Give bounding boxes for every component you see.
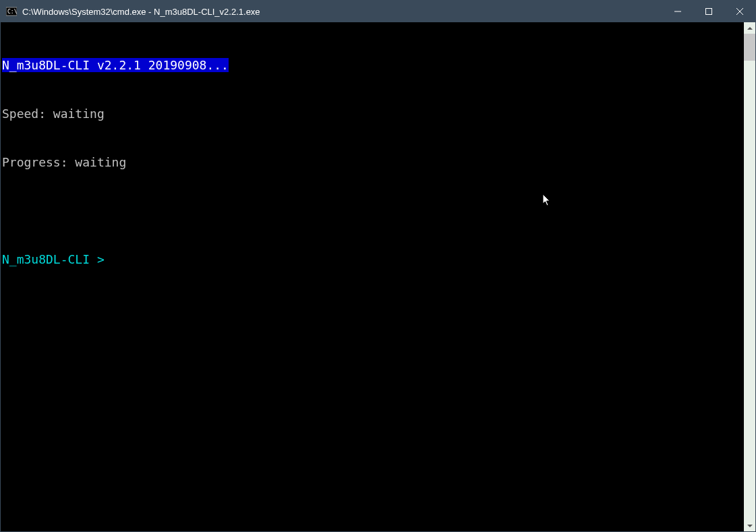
maximize-button[interactable]: [693, 1, 724, 22]
svg-rect-2: [706, 9, 712, 15]
terminal-output[interactable]: N_m3u8DL-CLI v2.2.1 20190908... Speed: w…: [1, 22, 744, 531]
vertical-scrollbar[interactable]: [744, 22, 755, 531]
cmd-window: C:\ C:\Windows\System32\cmd.exe - N_m3u8…: [0, 0, 756, 532]
app-header-line: N_m3u8DL-CLI v2.2.1 20190908...: [2, 58, 229, 72]
scroll-up-button[interactable]: [744, 22, 755, 34]
svg-text:C:\: C:\: [7, 9, 17, 15]
speed-line: Speed: waiting: [2, 106, 743, 122]
minimize-button[interactable]: [662, 1, 693, 22]
window-title: C:\Windows\System32\cmd.exe - N_m3u8DL-C…: [22, 7, 662, 17]
close-button[interactable]: [724, 1, 755, 22]
prompt-line: N_m3u8DL-CLI >: [2, 252, 112, 266]
blank-line: [2, 203, 743, 219]
scroll-thumb[interactable]: [744, 34, 755, 61]
scroll-track[interactable]: [744, 34, 755, 520]
window-controls: [662, 1, 755, 22]
progress-line: Progress: waiting: [2, 154, 743, 171]
client-area: N_m3u8DL-CLI v2.2.1 20190908... Speed: w…: [1, 22, 755, 531]
titlebar[interactable]: C:\ C:\Windows\System32\cmd.exe - N_m3u8…: [1, 1, 755, 22]
cmd-icon: C:\: [6, 6, 17, 17]
scroll-down-button[interactable]: [744, 520, 755, 531]
